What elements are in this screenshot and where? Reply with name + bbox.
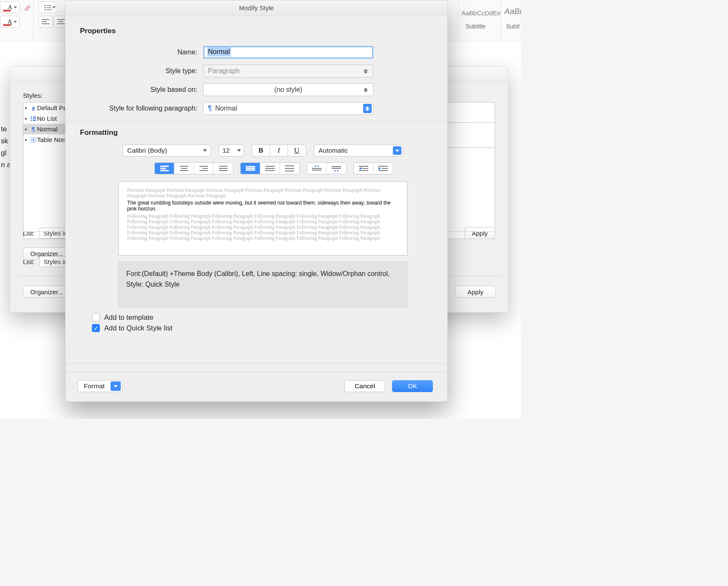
list-filter-label: List: xyxy=(23,258,35,265)
svg-rect-33 xyxy=(219,170,228,171)
style-description: Font:(Default) +Theme Body (Calibri), Le… xyxy=(118,262,407,307)
underline-button[interactable]: U xyxy=(288,145,306,156)
italic-button[interactable]: I xyxy=(270,145,288,156)
svg-rect-22 xyxy=(160,166,169,167)
bold-button[interactable]: B xyxy=(252,145,270,156)
apply-button[interactable]: Apply xyxy=(464,227,495,239)
svg-marker-46 xyxy=(318,165,319,167)
svg-rect-7 xyxy=(42,19,49,20)
svg-point-1 xyxy=(45,5,46,6)
svg-rect-35 xyxy=(246,168,255,169)
svg-point-5 xyxy=(45,9,46,11)
svg-point-3 xyxy=(45,7,46,9)
svg-marker-49 xyxy=(334,170,336,172)
svg-rect-24 xyxy=(160,170,169,171)
style-swatch-subtle[interactable]: AaBb xyxy=(504,7,521,16)
spacing-single-button[interactable] xyxy=(241,163,260,174)
list-filter-label: List: xyxy=(23,230,35,237)
font-color-button[interactable]: A xyxy=(0,1,20,13)
dialog-title: Modify Style xyxy=(65,0,447,16)
space-before-inc-button[interactable] xyxy=(307,163,327,174)
align-left-button[interactable] xyxy=(38,16,53,28)
add-to-quick-checkbox[interactable]: ✓ xyxy=(92,324,100,332)
svg-rect-37 xyxy=(265,166,275,167)
font-name-combo[interactable]: Calibri (Body) xyxy=(122,145,211,156)
space-before-dec-button[interactable] xyxy=(327,163,346,174)
svg-rect-31 xyxy=(219,166,228,167)
svg-marker-54 xyxy=(359,167,361,170)
svg-rect-42 xyxy=(285,171,294,171)
spacing-double-button[interactable] xyxy=(280,163,299,174)
name-input[interactable]: Normal xyxy=(203,46,373,59)
svg-rect-57 xyxy=(378,170,388,171)
svg-rect-39 xyxy=(265,170,275,171)
apply-button[interactable]: Apply xyxy=(455,286,496,298)
svg-rect-12 xyxy=(57,23,65,24)
preview-previous-text: Previous Paragraph Previous Paragraph Pr… xyxy=(127,188,398,199)
para-spacing-group xyxy=(307,162,347,174)
increase-indent-button[interactable] xyxy=(373,163,393,174)
align-right-button[interactable] xyxy=(194,163,213,174)
based-on-combo[interactable]: (no style) xyxy=(203,83,373,96)
font-size-combo[interactable]: 12 xyxy=(219,145,244,156)
svg-marker-50 xyxy=(337,170,339,172)
format-menu-button[interactable]: Format xyxy=(77,380,122,392)
add-to-template-label: Add to template xyxy=(104,313,154,321)
clear-formatting-button[interactable] xyxy=(20,1,35,13)
line-spacing-group xyxy=(240,162,300,174)
svg-rect-38 xyxy=(265,168,275,169)
svg-rect-34 xyxy=(246,166,255,167)
ok-button[interactable]: OK xyxy=(392,380,433,392)
svg-rect-53 xyxy=(359,170,368,171)
svg-rect-29 xyxy=(202,168,208,169)
properties-header: Properties xyxy=(80,27,433,35)
ribbon-divider xyxy=(501,0,501,41)
spacing-1-5-button[interactable] xyxy=(260,163,280,174)
pilcrow-icon: ¶ xyxy=(208,105,212,112)
style-type-combo: Paragraph xyxy=(203,65,373,77)
cancel-button[interactable]: Cancel xyxy=(344,380,385,392)
alignment-group xyxy=(154,162,233,174)
svg-rect-56 xyxy=(382,168,388,169)
svg-rect-52 xyxy=(362,168,368,169)
svg-rect-4 xyxy=(47,7,51,8)
font-color-combo[interactable]: Automatic xyxy=(314,145,403,156)
add-to-template-row[interactable]: Add to template xyxy=(92,313,433,321)
align-center-button[interactable] xyxy=(174,163,194,174)
add-to-template-checkbox[interactable] xyxy=(92,313,100,321)
modify-style-dialog: Modify Style Properties Name: Normal Sty… xyxy=(65,0,448,402)
add-to-quick-row[interactable]: ✓ Add to Quick Style list xyxy=(92,324,433,332)
style-swatch-label-subtitle: Subtitle xyxy=(466,23,486,30)
following-combo[interactable]: ¶ Normal xyxy=(203,102,373,115)
svg-rect-23 xyxy=(160,168,166,169)
highlight-button[interactable]: A xyxy=(0,16,20,28)
style-swatch-subtitle[interactable]: AaBbCcDdEe xyxy=(461,9,501,17)
svg-rect-10 xyxy=(57,19,65,20)
style-preview-box: Previous Paragraph Previous Paragraph Pr… xyxy=(118,181,407,256)
indent-group xyxy=(353,162,393,174)
footer-divider xyxy=(65,363,447,364)
svg-rect-14 xyxy=(33,117,36,117)
organizer-button[interactable]: Organizer... xyxy=(23,286,71,298)
svg-rect-48 xyxy=(332,168,341,169)
style-swatch-label-subtle: Subtl xyxy=(506,23,520,30)
svg-rect-26 xyxy=(181,168,187,169)
app-stage: A A AaBbCcDdEe Subtitle AaBb Subtl teskg… xyxy=(0,0,521,419)
svg-rect-44 xyxy=(312,170,321,171)
svg-rect-30 xyxy=(199,170,208,171)
preview-sample-text: The great rumbling footsteps outside wer… xyxy=(127,200,398,212)
ribbon-divider xyxy=(458,0,459,41)
align-left-button[interactable] xyxy=(155,163,174,174)
bullets-button[interactable] xyxy=(38,1,58,13)
svg-rect-16 xyxy=(33,118,36,119)
decrease-indent-button[interactable] xyxy=(354,163,373,174)
align-justify-button[interactable] xyxy=(213,163,233,174)
preview-following-text: Following Paragraph Following Paragraph … xyxy=(127,213,398,242)
svg-marker-0 xyxy=(24,5,31,11)
svg-rect-8 xyxy=(42,21,47,22)
svg-rect-25 xyxy=(180,166,188,167)
name-label: Name: xyxy=(80,48,203,56)
svg-rect-11 xyxy=(58,21,63,22)
svg-rect-15 xyxy=(31,118,32,119)
biu-segment: B I U xyxy=(252,145,306,156)
